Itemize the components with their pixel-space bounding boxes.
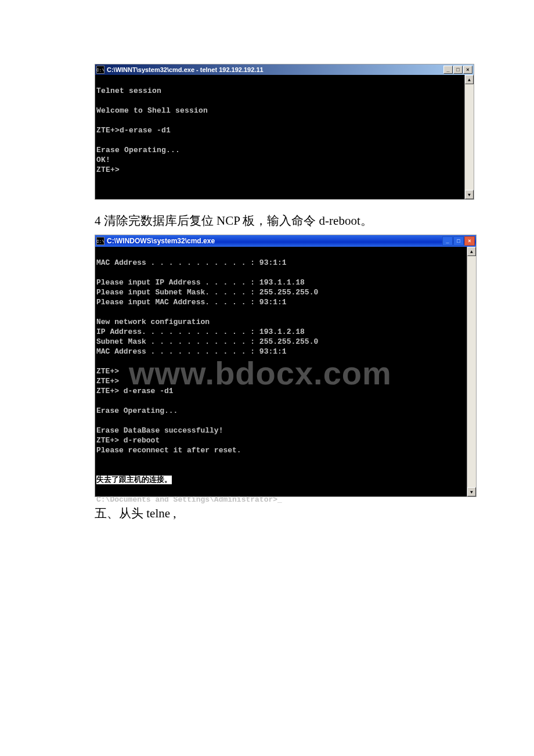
paragraph-step4: 4 清除完数据库后复位 NCP 板，输入命令 d-reboot。 (95, 213, 534, 229)
scroll-up-button[interactable]: ▲ (467, 247, 476, 256)
minimize-button[interactable]: _ (442, 236, 453, 246)
terminal-body-1[interactable]: Telnet session Welcome to Shell session … (95, 75, 474, 199)
titlebar-2[interactable]: C:\ C:\WINDOWS\system32\cmd.exe _ □ × (95, 235, 476, 247)
line: Please input Subnet Mask. . . . . : 255.… (96, 288, 318, 297)
line: Please input MAC Address. . . . . : 93:1… (96, 298, 287, 307)
line: MAC Address . . . . . . . . . . . : 93:1… (96, 347, 287, 356)
maximize-button[interactable]: □ (453, 236, 464, 246)
scroll-up-button[interactable]: ▲ (465, 75, 474, 84)
line: ZTE+> d-reboot (96, 436, 160, 445)
line: Subnet Mask . . . . . . . . . . . : 255.… (96, 337, 318, 346)
line: Erase DataBase successfully! (96, 426, 223, 435)
scrollbar[interactable]: ▲ ▼ (464, 75, 474, 199)
window-controls: _ □ × (442, 236, 475, 246)
line: Please input IP Address . . . . . : 193.… (96, 278, 305, 287)
terminal-body-2[interactable]: MAC Address . . . . . . . . . . . : 93:1… (95, 247, 476, 496)
close-button[interactable]: × (464, 236, 475, 246)
scroll-track[interactable] (465, 84, 474, 190)
scroll-down-button[interactable]: ▼ (467, 487, 476, 496)
paragraph-step5: 五、从头 telne , (95, 505, 534, 521)
titlebar-1[interactable]: C:\ C:\WINNT\system32\cmd.exe - telnet 1… (95, 64, 474, 75)
maximize-button[interactable]: □ (453, 66, 463, 74)
line: ZTE+> d-erase -d1 (96, 387, 174, 395)
cmd-icon: C:\ (96, 237, 104, 245)
window-controls: _ □ × (443, 66, 472, 74)
prompt-line: C:\Documents and Settings\Administrator> (96, 495, 282, 504)
line: New network configuration (96, 318, 210, 326)
line: MAC Address . . . . . . . . . . . : 93:1… (96, 258, 287, 267)
scrollbar[interactable]: ▲ ▼ (467, 247, 476, 496)
line: ZTE+> (96, 367, 119, 376)
terminal-window-2: C:\ C:\WINDOWS\system32\cmd.exe _ □ × MA… (95, 235, 477, 497)
minimize-button[interactable]: _ (443, 66, 453, 74)
window-title: C:\WINNT\system32\cmd.exe - telnet 192.1… (107, 66, 443, 73)
line-highlighted: 失去了跟主机的连接。 (96, 476, 172, 484)
line: Please reconnect it after reset. (96, 446, 241, 455)
line: ZTE+> (96, 377, 119, 386)
terminal-window-1: C:\ C:\WINNT\system32\cmd.exe - telnet 1… (95, 64, 474, 200)
scroll-track[interactable] (467, 256, 476, 487)
scroll-down-button[interactable]: ▼ (465, 190, 474, 199)
window-title: C:\WINDOWS\system32\cmd.exe (107, 237, 442, 245)
line: IP Address. . . . . . . . . . . . : 193.… (96, 327, 305, 336)
cmd-icon: C:\ (96, 66, 104, 74)
line: Erase Operating... (96, 406, 178, 415)
terminal-output: Telnet session Welcome to Shell session … (96, 87, 208, 174)
close-button[interactable]: × (463, 66, 472, 74)
